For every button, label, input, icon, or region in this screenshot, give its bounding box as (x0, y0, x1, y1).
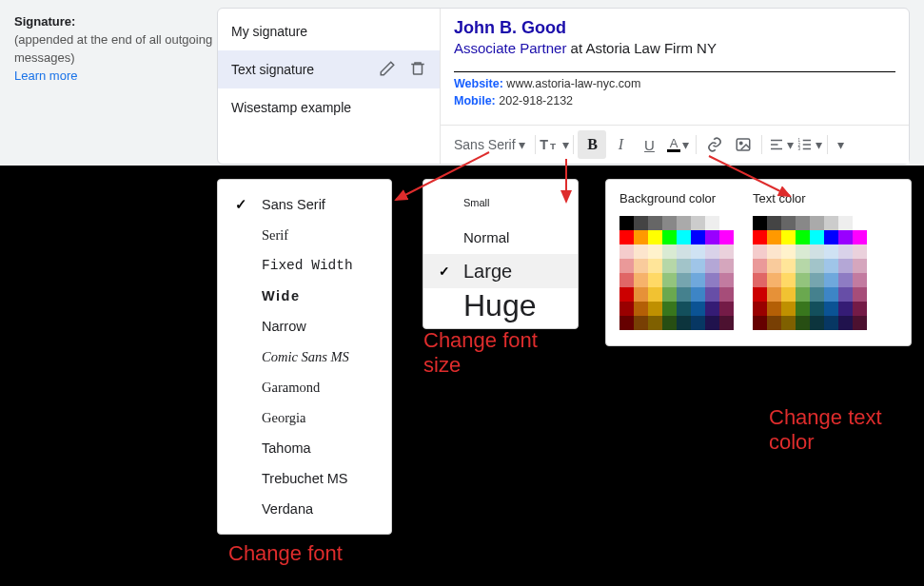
color-swatch[interactable] (677, 259, 691, 273)
color-swatch[interactable] (719, 259, 734, 273)
color-swatch[interactable] (662, 230, 677, 244)
color-swatch[interactable] (719, 273, 734, 287)
insert-link-button[interactable] (700, 130, 729, 159)
color-swatch[interactable] (824, 316, 838, 330)
color-swatch[interactable] (619, 316, 634, 330)
font-option[interactable]: Tahoma (218, 433, 391, 463)
color-swatch[interactable] (853, 216, 867, 230)
color-swatch[interactable] (781, 244, 796, 259)
color-swatch[interactable] (662, 259, 677, 273)
color-swatch[interactable] (767, 244, 781, 259)
color-swatch[interactable] (838, 316, 853, 330)
size-option[interactable]: Normal (423, 220, 578, 254)
color-swatch[interactable] (719, 216, 734, 230)
color-swatch[interactable] (705, 216, 719, 230)
color-swatch[interactable] (677, 316, 691, 330)
color-swatch[interactable] (838, 244, 853, 259)
color-swatch[interactable] (705, 244, 719, 259)
color-swatch[interactable] (810, 316, 824, 330)
color-swatch[interactable] (677, 216, 691, 230)
color-swatch[interactable] (781, 316, 796, 330)
color-swatch[interactable] (781, 287, 796, 302)
color-swatch[interactable] (767, 316, 781, 330)
color-swatch[interactable] (781, 230, 796, 244)
color-swatch[interactable] (705, 287, 719, 302)
font-option[interactable]: Fixed Width (218, 250, 391, 281)
color-swatch[interactable] (691, 273, 705, 287)
color-swatch[interactable] (677, 302, 691, 316)
color-swatch[interactable] (662, 273, 677, 287)
font-family-button[interactable]: Sans Serif ▾ (448, 130, 531, 159)
color-swatch[interactable] (767, 273, 781, 287)
color-swatch[interactable] (767, 302, 781, 316)
signature-list-item[interactable]: My signature (218, 12, 440, 50)
color-swatch[interactable] (691, 302, 705, 316)
color-swatch[interactable] (648, 302, 662, 316)
color-swatch[interactable] (662, 216, 677, 230)
color-swatch[interactable] (796, 244, 810, 259)
color-swatch[interactable] (705, 259, 719, 273)
color-swatch[interactable] (619, 259, 634, 273)
color-swatch[interactable] (753, 230, 767, 244)
text-color-button[interactable]: A ▾ (663, 130, 692, 159)
color-swatch[interactable] (796, 259, 810, 273)
color-swatch[interactable] (753, 216, 767, 230)
color-swatch[interactable] (753, 273, 767, 287)
color-swatch[interactable] (691, 244, 705, 259)
color-swatch[interactable] (662, 316, 677, 330)
font-option[interactable]: ✓Sans Serif (218, 189, 391, 220)
font-option[interactable]: Georgia (218, 402, 391, 433)
insert-image-button[interactable] (729, 130, 757, 159)
color-swatch[interactable] (767, 216, 781, 230)
color-swatch[interactable] (648, 316, 662, 330)
color-swatch[interactable] (838, 259, 853, 273)
font-option[interactable]: Wide (218, 281, 391, 311)
color-swatch[interactable] (634, 244, 648, 259)
color-swatch[interactable] (824, 259, 838, 273)
color-swatch[interactable] (648, 230, 662, 244)
color-swatch[interactable] (662, 302, 677, 316)
signature-list-item[interactable]: Wisestamp example (218, 88, 440, 127)
color-swatch[interactable] (796, 302, 810, 316)
edit-icon[interactable] (379, 60, 396, 80)
color-swatch[interactable] (767, 230, 781, 244)
color-swatch[interactable] (853, 316, 867, 330)
color-swatch[interactable] (753, 287, 767, 302)
color-swatch[interactable] (705, 302, 719, 316)
color-swatch[interactable] (634, 287, 648, 302)
color-swatch[interactable] (719, 244, 734, 259)
color-swatch[interactable] (781, 216, 796, 230)
more-formatting-button[interactable]: ▾ (832, 130, 849, 159)
color-swatch[interactable] (719, 302, 734, 316)
color-swatch[interactable] (810, 302, 824, 316)
color-swatch[interactable] (648, 259, 662, 273)
color-swatch[interactable] (648, 273, 662, 287)
signature-list-item[interactable]: Text signature (218, 50, 440, 88)
color-swatch[interactable] (838, 287, 853, 302)
color-swatch[interactable] (838, 302, 853, 316)
color-swatch[interactable] (677, 244, 691, 259)
color-swatch[interactable] (853, 273, 867, 287)
color-swatch[interactable] (619, 273, 634, 287)
color-swatch[interactable] (853, 230, 867, 244)
color-swatch[interactable] (634, 259, 648, 273)
color-swatch[interactable] (677, 287, 691, 302)
color-swatch[interactable] (810, 244, 824, 259)
color-swatch[interactable] (810, 259, 824, 273)
color-swatch[interactable] (853, 259, 867, 273)
color-swatch[interactable] (853, 302, 867, 316)
color-swatch[interactable] (648, 244, 662, 259)
color-swatch[interactable] (853, 244, 867, 259)
color-swatch[interactable] (719, 230, 734, 244)
color-swatch[interactable] (796, 230, 810, 244)
color-swatch[interactable] (853, 287, 867, 302)
color-swatch[interactable] (824, 230, 838, 244)
color-swatch[interactable] (662, 287, 677, 302)
color-swatch[interactable] (719, 316, 734, 330)
color-swatch[interactable] (753, 244, 767, 259)
color-swatch[interactable] (753, 259, 767, 273)
color-swatch[interactable] (619, 216, 634, 230)
color-swatch[interactable] (705, 273, 719, 287)
color-swatch[interactable] (691, 287, 705, 302)
color-swatch[interactable] (781, 302, 796, 316)
